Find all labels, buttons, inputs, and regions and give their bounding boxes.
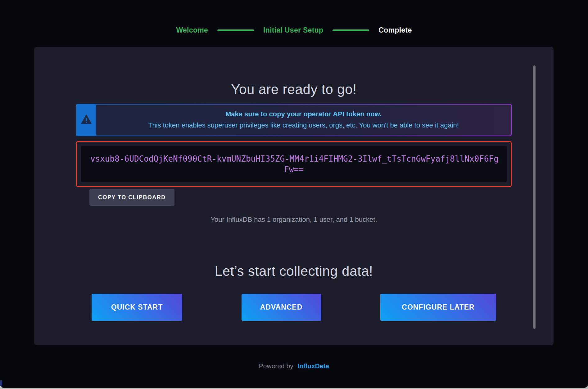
window-edge-artifact <box>0 380 2 387</box>
scrollbar-thumb[interactable] <box>533 65 536 329</box>
page-title: You are ready to go! <box>76 47 512 97</box>
instance-summary-text: Your InfluxDB has 1 organization, 1 user… <box>76 216 512 224</box>
step-connector-line <box>217 29 254 31</box>
configure-later-button[interactable]: CONFIGURE LATER <box>380 294 496 321</box>
warning-title: Make sure to copy your operator API toke… <box>102 109 505 120</box>
api-token-value-line2: Fw== <box>90 164 497 175</box>
warning-icon-cell <box>77 105 96 136</box>
step-initial-user-setup: Initial User Setup <box>263 26 323 34</box>
warning-text-block: Make sure to copy your operator API toke… <box>96 105 511 136</box>
step-connector-line <box>332 29 369 31</box>
setup-stepper: Welcome Initial User Setup Complete <box>0 26 588 34</box>
cta-title: Let’s start collecting data! <box>76 224 512 279</box>
api-token-field: vsxub8-6UDCodQjKeNf090CtR-kvmUNZbuHI35ZG… <box>81 146 507 182</box>
api-token-value-line1: vsxub8-6UDCodQjKeNf090CtR-kvmUNZbuHI35ZG… <box>90 154 497 164</box>
token-warning-banner: Make sure to copy your operator API toke… <box>76 104 512 136</box>
advanced-button[interactable]: ADVANCED <box>242 294 321 321</box>
cta-button-row: QUICK START ADVANCED CONFIGURE LATER <box>92 294 496 321</box>
influxdata-brand-link[interactable]: InfluxData <box>298 362 329 370</box>
step-complete: Complete <box>378 26 412 34</box>
powered-by-label: Powered by <box>259 362 293 370</box>
footer: Powered by InfluxData <box>0 362 588 370</box>
setup-wizard-page: Welcome Initial User Setup Complete You … <box>0 0 588 388</box>
quick-start-button[interactable]: QUICK START <box>92 294 182 321</box>
api-token-highlight-box: vsxub8-6UDCodQjKeNf090CtR-kvmUNZbuHI35ZG… <box>76 141 512 187</box>
copy-to-clipboard-button[interactable]: COPY TO CLIPBOARD <box>89 189 174 206</box>
completion-card: You are ready to go! Make sure to copy y… <box>34 47 554 345</box>
token-warning-inner: Make sure to copy your operator API toke… <box>77 105 511 136</box>
step-welcome: Welcome <box>176 26 208 34</box>
warning-triangle-icon <box>81 114 92 126</box>
warning-body: This token enables superuser privileges … <box>102 120 505 131</box>
